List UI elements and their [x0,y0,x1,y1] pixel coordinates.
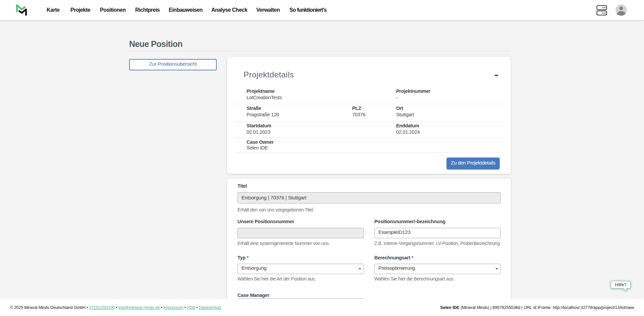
svg-text:Hilfe?: Hilfe? [615,282,627,287]
